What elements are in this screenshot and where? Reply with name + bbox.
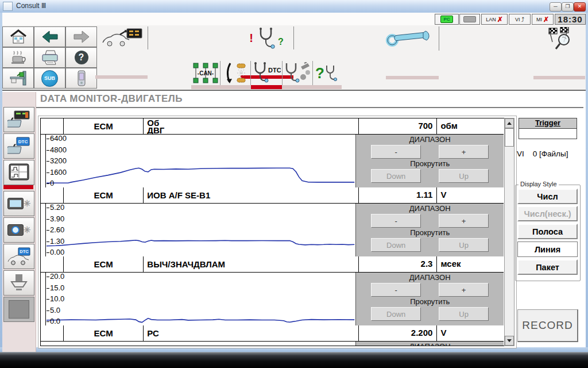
dtc-stethoscope-icon: DTC <box>252 62 281 84</box>
consult-iii-screen: Consult Ⅲ ─ ❐ ✕ PC LAN ✗ VI ⤴ MI ✗ 18:30 <box>0 0 588 368</box>
sidebar-item-download[interactable] <box>3 270 34 296</box>
tick-label: 15.0 <box>47 285 64 292</box>
tick-label: 10.0 <box>47 296 64 302</box>
tab-repair-underline <box>386 76 439 79</box>
style-bar-button[interactable]: Полоса <box>517 224 578 239</box>
chart-plot-2: 5.20 3.90 2.60 1.30 0.00 <box>41 204 355 256</box>
style-numeric-button[interactable]: Числ <box>517 189 578 204</box>
scroll-label: Прокрутить <box>410 228 450 237</box>
subtab-diagnosis-help[interactable]: ? <box>313 61 342 85</box>
range-plus-button[interactable]: + <box>439 214 489 228</box>
tab-repair[interactable] <box>381 26 439 51</box>
vehicle-ecu-icon <box>100 28 143 48</box>
range-scroll-panel-4: ДИАПАЗОН <box>355 342 504 346</box>
range-label: ДИАПАЗОН <box>409 204 451 213</box>
scroll-up-button[interactable]: Up <box>439 307 489 321</box>
heading-rule <box>36 107 583 108</box>
stethoscope-icon <box>255 27 278 49</box>
param-name: ИОВ A/F SE-B1 <box>144 187 359 203</box>
app-clock: 18:30 <box>555 14 586 25</box>
big-question-icon: ? <box>315 64 324 82</box>
row-select-cell[interactable] <box>41 256 64 272</box>
table-scrollbar[interactable] <box>504 118 514 346</box>
param-row-1: ECM Об ДВГ 700 обм 6400 4800 3200 1600 0 <box>41 118 504 187</box>
download-icon <box>9 274 29 292</box>
close-button[interactable]: ✕ <box>574 2 586 12</box>
mobile-device-button[interactable] <box>65 68 97 89</box>
subtab-can-diagnosis[interactable]: -CAN- <box>191 61 220 85</box>
sidebar-item-active-test[interactable]: ✳ <box>3 191 34 216</box>
sidebar-item-vehicle-dtc[interactable]: DTC <box>3 244 34 269</box>
param-row-1-body: 6400 4800 3200 1600 0 ДИАПАЗОН - + Прокр… <box>41 135 504 188</box>
chart-plot-3: 20.0 15.0 10.0 5.0 0.0 <box>41 273 355 325</box>
sub-screen-button[interactable]: SUB <box>34 68 65 89</box>
subtab-dtc[interactable]: DTC <box>251 61 283 85</box>
param-row-4-header: ECM РС 2.200 V <box>41 325 504 342</box>
scroll-up-button[interactable]: Up <box>439 169 489 183</box>
desk-button[interactable] <box>2 68 34 89</box>
range-plus-button[interactable]: + <box>439 145 489 159</box>
ecu-cell: ECM <box>64 325 144 341</box>
help-button[interactable]: ? <box>65 47 97 68</box>
row-select-cell[interactable] <box>41 187 64 203</box>
up-arrow-icon <box>507 122 512 125</box>
scrollbar-down-button[interactable] <box>505 336 514 346</box>
sidebar-item-blank[interactable] <box>3 297 34 322</box>
tick-label: 2.60 <box>47 227 64 233</box>
tab-final-check[interactable] <box>533 26 585 51</box>
ecu-cell: ECM <box>64 256 144 272</box>
scroll-label: Прокрутить <box>410 297 450 306</box>
tick-label: 1.30 <box>47 238 64 245</box>
range-minus-button[interactable]: - <box>371 214 421 228</box>
sidebar-item-data-monitor[interactable] <box>3 160 34 185</box>
scrollbar-thumb[interactable] <box>505 128 514 147</box>
scrollbar-up-button[interactable] <box>505 118 514 128</box>
param-value: 700 <box>359 118 438 134</box>
checkered-flags-icon <box>544 27 574 50</box>
scroll-down-button[interactable]: Down <box>371 238 421 252</box>
screensaver-button[interactable] <box>2 47 34 68</box>
param-name: РС <box>144 325 359 341</box>
scroll-down-button[interactable]: Down <box>371 169 421 183</box>
row-select-cell[interactable] <box>41 118 64 134</box>
data-flow-icon <box>222 62 249 84</box>
maximize-button[interactable]: ❐ <box>562 2 574 12</box>
range-scroll-panel-3: ДИАПАЗОН - + Прокрутить Down Up <box>355 273 504 325</box>
y-axis-ticks: 5.20 3.90 2.60 1.30 0.00 <box>47 204 64 256</box>
ecu-info-icon <box>7 110 30 129</box>
subtab-data-flow[interactable] <box>220 61 251 85</box>
trigger-input[interactable] <box>519 128 577 139</box>
sidebar-item-dtc-reader[interactable]: DTC <box>3 133 34 159</box>
small-stethoscope-icon <box>324 64 339 82</box>
minimize-button[interactable]: ─ <box>550 2 562 12</box>
tab-vehicle-underline <box>95 75 148 79</box>
tab-diagnosis[interactable]: ! ? <box>239 26 294 49</box>
back-button[interactable] <box>34 26 65 47</box>
param-row-2: ECM ИОВ A/F SE-B1 1.11 V 5.20 3.90 2.60 … <box>41 187 504 256</box>
wrench-icon <box>385 30 435 47</box>
row-select-cell[interactable] <box>41 325 64 341</box>
forward-button[interactable] <box>65 26 97 47</box>
range-minus-button[interactable]: - <box>371 283 421 297</box>
tab-vehicle[interactable] <box>95 26 148 49</box>
style-packet-button[interactable]: Пакет <box>517 259 578 275</box>
range-minus-button[interactable]: - <box>371 145 421 159</box>
pc-battery-indicator: PC <box>435 14 459 25</box>
vehicle-dtc-icon: DTC <box>7 247 31 266</box>
sidebar-item-ecu-info[interactable] <box>3 107 34 132</box>
range-plus-button[interactable]: + <box>439 283 489 297</box>
scroll-down-button[interactable]: Down <box>371 307 421 321</box>
range-scroll-panel-2: ДИАПАЗОН - + Прокрутить Down Up <box>355 204 504 256</box>
record-button[interactable]: RECORD <box>517 309 578 342</box>
home-button[interactable] <box>2 26 34 47</box>
scroll-up-button[interactable]: Up <box>439 238 489 252</box>
range-label: ДИАПАЗОН <box>409 342 451 346</box>
tick-label: 3200 <box>47 158 67 164</box>
vi-cable-icon: ⤴ <box>521 16 525 23</box>
subtab-parts-diagnosis[interactable] <box>283 61 313 85</box>
sidebar-item-function-test[interactable]: ✳ <box>3 217 34 243</box>
style-numeric-multi-button[interactable]: Числ(неск.) <box>517 206 578 221</box>
style-line-button[interactable]: Линия <box>517 241 578 257</box>
print-button[interactable] <box>34 47 65 68</box>
window-border-right <box>586 13 588 352</box>
